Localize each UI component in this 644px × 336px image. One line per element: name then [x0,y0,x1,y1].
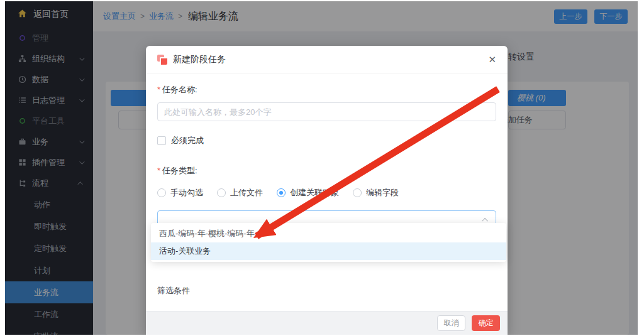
radio-icon [217,188,226,197]
task-flag-icon [157,55,167,65]
required-mark: * [157,85,160,94]
must-complete-label: 必须完成 [171,135,204,146]
dropdown-option-2[interactable]: 活动-关联业务 [151,242,506,260]
radio-icon [157,188,166,197]
checkbox-icon [157,136,166,145]
select-dropdown-panel: 西瓜-编码-年-樱桃-编码-年 活动-关联业务 [151,223,506,262]
radio-icon [277,188,286,197]
radio-icon [353,188,362,197]
radio-label: 编辑字段 [366,187,399,198]
radio-label: 创建关联对象 [290,187,339,198]
task-name-label: 任务名称: [162,85,197,94]
dialog-footer: 取消 确定 [146,311,508,335]
dialog-header: 新建阶段任务 ✕ [146,46,508,73]
radio-upload-file[interactable]: 上传文件 [217,187,263,198]
confirm-button[interactable]: 确定 [472,315,500,331]
radio-label: 手动勾选 [170,187,203,198]
app-window: 返回首页 管理 组织结构 数据 日志管理 [5,1,638,335]
radio-create-related-object[interactable]: 创建关联对象 [277,187,339,198]
must-complete-checkbox-row[interactable]: 必须完成 [157,135,496,146]
radio-label: 上传文件 [230,187,263,198]
task-name-input[interactable] [157,102,496,121]
close-icon[interactable]: ✕ [488,54,496,65]
new-stage-task-dialog: 新建阶段任务 ✕ *任务名称: 必须完成 *任务类型: 手动勾选 上传文件 创建… [146,46,508,335]
dialog-title: 新建阶段任务 [173,54,226,65]
dialog-body: *任务名称: 必须完成 *任务类型: 手动勾选 上传文件 创建关联对象 编辑字段 [146,73,508,330]
required-mark: * [157,166,160,175]
task-type-label: 任务类型: [162,166,197,175]
radio-edit-field[interactable]: 编辑字段 [353,187,399,198]
radio-manual-check[interactable]: 手动勾选 [157,187,203,198]
cancel-button[interactable]: 取消 [437,315,465,331]
task-type-radio-group: 手动勾选 上传文件 创建关联对象 编辑字段 [157,187,496,198]
filter-conditions-title: 筛选条件 [157,285,496,296]
dropdown-option-1[interactable]: 西瓜-编码-年-樱桃-编码-年 [151,225,506,242]
